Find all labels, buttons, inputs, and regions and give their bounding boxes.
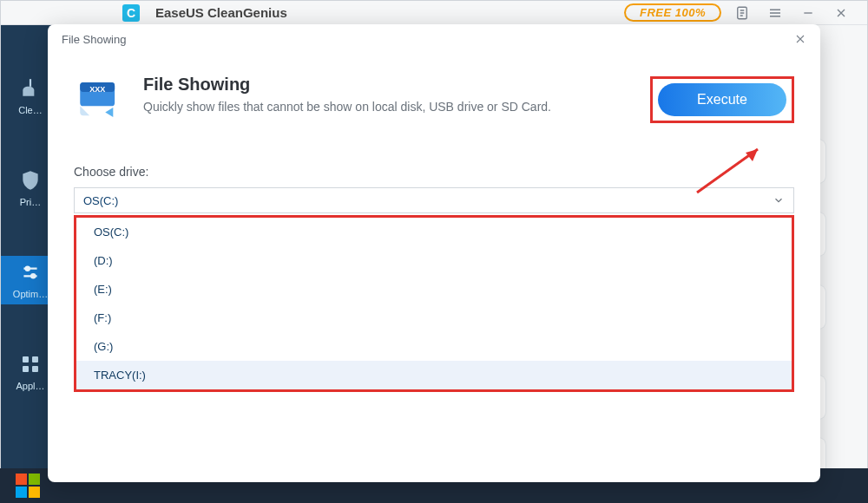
chevron-down-icon <box>773 194 785 206</box>
svg-rect-4 <box>23 356 29 363</box>
sidebar-item-label: Optim… <box>13 289 48 299</box>
drive-select-value: OS(C:) <box>83 194 118 207</box>
close-icon <box>793 32 807 46</box>
sidebar-item-label: Appl… <box>16 381 44 391</box>
drive-option[interactable]: OS(C:) <box>76 218 792 246</box>
dialog-title: File Showing <box>62 33 126 46</box>
broom-icon <box>19 77 42 100</box>
dialog-subheading: Quickly show files that cannot be show o… <box>143 100 551 114</box>
drive-select[interactable]: OS(C:) <box>74 187 794 213</box>
hamburger-icon[interactable] <box>763 4 787 22</box>
svg-rect-7 <box>32 366 38 372</box>
choose-drive-label: Choose drive: <box>74 165 794 179</box>
shield-icon <box>19 169 42 192</box>
windows-logo-icon[interactable] <box>16 474 40 498</box>
svg-rect-1 <box>30 79 31 87</box>
annotation-execute-highlight: Execute <box>650 76 794 123</box>
free-badge: FREE 100% <box>624 3 721 22</box>
drive-option[interactable]: (F:) <box>76 304 792 332</box>
sliders-icon <box>19 261 42 284</box>
app-title: EaseUS CleanGenius <box>155 5 287 20</box>
file-showing-dialog: File Showing XXX File Showing Quickly sh… <box>48 24 820 482</box>
notes-icon[interactable] <box>730 4 754 22</box>
app-close-icon[interactable] <box>829 4 853 22</box>
drive-option[interactable]: (G:) <box>76 332 792 361</box>
svg-point-3 <box>31 274 35 278</box>
sidebar-item-label: Cle… <box>18 105 43 115</box>
dialog-close-button[interactable] <box>792 31 808 47</box>
drive-option[interactable]: (D:) <box>76 246 792 275</box>
minimize-icon[interactable] <box>796 4 820 22</box>
file-showing-icon: XXX <box>74 75 124 125</box>
sidebar-item-label: Pri… <box>20 197 41 207</box>
dialog-header: File Showing <box>48 24 820 54</box>
svg-rect-5 <box>32 356 38 363</box>
svg-rect-6 <box>23 366 29 372</box>
annotation-dropdown-highlight: OS(C:) (D:) (E:) (F:) (G:) TRACY(I:) <box>74 215 794 392</box>
svg-marker-12 <box>746 149 758 161</box>
drive-option[interactable]: (E:) <box>76 275 792 304</box>
svg-point-2 <box>26 267 30 271</box>
app-titlebar: C EaseUS CleanGenius FREE 100% <box>1 1 867 25</box>
execute-button[interactable]: Execute <box>658 83 786 116</box>
drive-dropdown[interactable]: OS(C:) (D:) (E:) (F:) (G:) TRACY(I:) <box>76 218 792 389</box>
svg-text:XXX: XXX <box>89 85 105 94</box>
dialog-heading: File Showing <box>143 75 551 95</box>
dialog-body: XXX File Showing Quickly show files that… <box>48 54 820 482</box>
grid-icon <box>19 353 42 376</box>
drive-option[interactable]: TRACY(I:) <box>76 361 792 389</box>
app-logo: C <box>122 4 140 22</box>
